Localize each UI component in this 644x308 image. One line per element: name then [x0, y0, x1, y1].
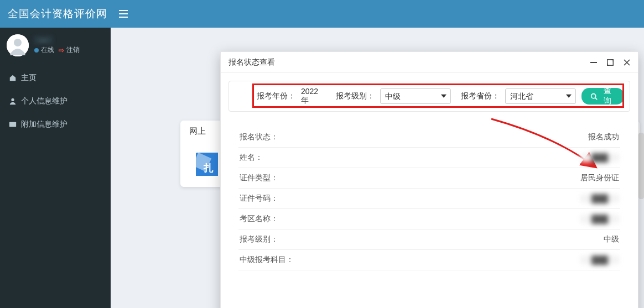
online-label: 在线 — [41, 45, 54, 55]
sidebar-item-extra[interactable]: 附加信息维护 — [0, 113, 111, 136]
svg-rect-1 — [119, 13, 128, 14]
level-select[interactable]: 中级 — [380, 88, 451, 104]
year-label: 报考年份： — [257, 91, 295, 101]
svg-point-8 — [591, 93, 596, 98]
home-icon — [9, 74, 17, 82]
sidebar-item-profile[interactable]: 个人信息维护 — [0, 90, 111, 113]
result-value: 报名成功 — [588, 132, 619, 142]
result-value: 中级 — [604, 234, 619, 244]
close-button[interactable] — [622, 58, 631, 67]
svg-point-4 — [14, 39, 22, 46]
result-row: 证件类型：居民身份证 — [238, 168, 620, 189]
close-icon — [623, 59, 631, 66]
result-label: 证件类型： — [240, 173, 278, 183]
result-label: 报考级别： — [240, 234, 278, 244]
background-card-title: 网上 — [189, 126, 206, 135]
maximize-button[interactable] — [606, 58, 615, 67]
background-card-icon: 扎 — [196, 148, 218, 176]
level-label: 报考级别： — [336, 91, 375, 101]
sidebar-nav: 主页 个人信息维护 附加信息维护 — [0, 66, 111, 136]
sidebar-item-home[interactable]: 主页 — [0, 66, 111, 90]
modal-body: 报考年份： 2022年 报考级别： 中级 报考省份： 河北省 — [221, 73, 638, 273]
query-button[interactable]: 查询 — [581, 88, 624, 105]
svg-point-5 — [11, 98, 14, 101]
svg-rect-0 — [119, 10, 128, 11]
online-dot-icon — [34, 48, 39, 53]
result-label: 姓名： — [240, 153, 263, 163]
logout-arrow-icon: ⇨ — [59, 46, 64, 54]
result-row: 姓名：███ — [238, 148, 620, 168]
result-label: 中级报考科目： — [240, 255, 294, 265]
result-value: ███ — [580, 215, 619, 223]
sidebar-item-label: 个人信息维护 — [21, 96, 67, 106]
query-button-label: 查询 — [600, 86, 615, 106]
sidebar: — 在线 ⇨ 注销 主页 个人信息维护 附加信息维护 — [0, 28, 111, 308]
svg-rect-7 — [607, 59, 614, 65]
avatar — [7, 34, 29, 56]
query-card: 报考年份： 2022年 报考级别： 中级 报考省份： 河北省 — [228, 81, 630, 112]
user-icon — [9, 97, 17, 105]
result-label: 报名状态： — [240, 132, 278, 142]
province-select[interactable]: 河北省 — [505, 88, 576, 104]
topbar: 全国会计资格评价网 — [0, 0, 644, 28]
result-value: ███ — [580, 194, 619, 203]
result-row: 报考级别：中级 — [238, 229, 620, 250]
user-name: — — [34, 36, 53, 44]
result-label: 证件号码： — [240, 194, 278, 203]
modal-title: 报名状态查看 — [228, 58, 275, 67]
minimize-button[interactable] — [589, 58, 598, 67]
result-row: 考区名称：███ — [238, 209, 620, 229]
result-value: ███ — [580, 153, 619, 162]
sidebar-item-label: 附加信息维护 — [21, 119, 67, 129]
query-row: 报考年份： 2022年 报考级别： 中级 报考省份： 河北省 — [235, 87, 624, 106]
result-row: 证件号码：███ — [238, 189, 620, 209]
svg-rect-2 — [119, 17, 128, 18]
result-label: 考区名称： — [240, 214, 278, 224]
modal-registration-status: 报名状态查看 报考年份： 2022年 报考级别： — [220, 51, 638, 308]
province-label: 报考省份： — [461, 91, 500, 101]
menu-icon — [119, 10, 128, 18]
year-value: 2022年 — [301, 87, 326, 106]
logout-link[interactable]: 注销 — [66, 45, 80, 55]
minimize-icon — [590, 62, 597, 63]
modal-header: 报名状态查看 — [221, 52, 638, 73]
svg-rect-6 — [9, 122, 16, 127]
brand-title: 全国会计资格评价网 — [0, 0, 111, 28]
search-icon — [590, 93, 598, 100]
modal-actions — [589, 58, 631, 67]
card-icon — [9, 121, 17, 128]
result-value: 居民身份证 — [580, 173, 619, 183]
maximize-icon — [606, 59, 614, 66]
scrollbar[interactable] — [638, 133, 644, 199]
sidebar-toggle[interactable] — [111, 0, 136, 28]
sidebar-item-label: 主页 — [21, 73, 37, 83]
user-panel: — 在线 ⇨ 注销 — [0, 28, 111, 62]
result-row: 报名状态：报名成功 — [238, 127, 620, 148]
result-row: 中级报考科目：███ — [238, 250, 620, 270]
result-value: ███ — [580, 255, 619, 264]
result-panel: 报名状态：报名成功姓名：███证件类型：居民身份证证件号码：███考区名称：██… — [228, 124, 630, 270]
content-area: 网上 扎 报名状态查看 报考年份： — [111, 28, 644, 308]
